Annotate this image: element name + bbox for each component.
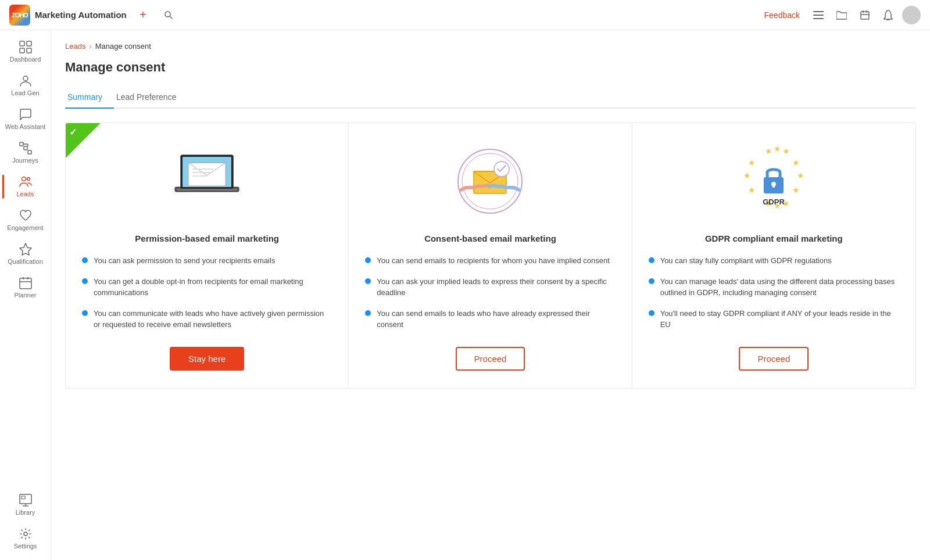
svg-text:★: ★ [743, 171, 751, 180]
sidebar-label-dashboard: Dashboard [10, 56, 41, 63]
calendar-icon[interactable] [856, 6, 874, 24]
sidebar-item-planner[interactable]: Planner [2, 271, 49, 304]
feedback-button[interactable]: Feedback [764, 10, 800, 20]
add-button[interactable]: + [134, 6, 152, 24]
list-icon[interactable] [809, 6, 828, 24]
svg-text:★: ★ [797, 171, 804, 180]
sidebar-label-settings: Settings [14, 543, 37, 550]
bullet-item: You'll need to stay GDPR compliant if AN… [649, 308, 899, 331]
svg-rect-12 [20, 48, 24, 53]
content-area: Leads › Manage consent Manage consent Su… [51, 30, 930, 560]
svg-text:★: ★ [774, 144, 781, 153]
bullet-item: You can communicate with leads who have … [82, 308, 332, 331]
bullet-item: You can get a double opt-in from recipie… [82, 276, 332, 299]
svg-rect-4 [813, 18, 824, 19]
card-consent-title: Consent-based email marketing [424, 234, 556, 243]
svg-rect-5 [821, 11, 824, 12]
svg-point-20 [22, 177, 26, 181]
sidebar-item-dashboard[interactable]: Dashboard [2, 35, 49, 69]
svg-rect-16 [24, 146, 27, 150]
tab-lead-preference[interactable]: Lead Preference [114, 87, 188, 109]
bullet-dot [649, 310, 654, 316]
card-gdpr-title: GDPR compliant email marketing [705, 234, 843, 243]
sidebar-label-journeys: Journeys [12, 157, 38, 164]
svg-line-1 [170, 16, 172, 19]
sidebar: Dashboard Lead Gen Web Assistant Journey… [0, 30, 51, 560]
sidebar-item-engagement[interactable]: Engagement [2, 203, 49, 237]
breadcrumb-parent[interactable]: Leads [65, 42, 85, 51]
card-gdpr-btn-area: Proceed [739, 347, 809, 371]
bullet-text: You can stay fully compliant with GDPR r… [660, 255, 832, 267]
breadcrumb-current: Manage consent [95, 42, 151, 51]
sidebar-item-journeys[interactable]: Journeys [2, 136, 49, 170]
svg-point-31 [24, 532, 27, 536]
search-button[interactable] [159, 6, 178, 24]
topbar-left: ZOHO Marketing Automation + [9, 5, 178, 26]
svg-rect-15 [20, 142, 23, 146]
tab-bar: Summary Lead Preference [65, 87, 916, 109]
card-gdpr: ★ ★ ★ ★ ★ ★ ★ ★ ★ ★ ★ ★ [632, 123, 915, 388]
handshake-illustration [443, 141, 536, 222]
bullet-dot [82, 310, 88, 316]
sidebar-item-lead-gen[interactable]: Lead Gen [2, 69, 49, 102]
sidebar-item-settings[interactable]: Settings [2, 522, 49, 555]
svg-rect-60 [772, 184, 775, 188]
folder-icon[interactable] [832, 6, 851, 24]
bullet-item: You can stay fully compliant with GDPR r… [649, 255, 899, 267]
svg-point-21 [27, 178, 30, 181]
breadcrumb: Leads › Manage consent [65, 42, 916, 51]
sidebar-label-web-assistant: Web Assistant [5, 123, 46, 130]
topbar: ZOHO Marketing Automation + Feedback [0, 0, 930, 30]
gdpr-proceed-button[interactable]: Proceed [739, 347, 809, 371]
bullet-dot [365, 257, 371, 263]
svg-rect-30 [22, 496, 25, 499]
active-indicator [2, 175, 4, 199]
svg-rect-17 [28, 150, 31, 154]
bell-icon[interactable] [879, 6, 897, 24]
user-avatar[interactable] [902, 6, 921, 24]
sidebar-item-library[interactable]: Library [2, 488, 49, 522]
bullet-dot [82, 278, 88, 284]
bullet-item: You can send emails to recipients for wh… [365, 255, 615, 267]
bullet-text: You can ask permission to send your reci… [94, 255, 275, 267]
svg-text:★: ★ [748, 185, 756, 195]
zoho-logo: ZOHO [9, 5, 30, 26]
bullet-item: You can manage leads' data using the dif… [649, 276, 899, 299]
bullet-text: You can send emails to leads who have al… [377, 308, 615, 331]
sidebar-label-lead-gen: Lead Gen [11, 89, 39, 96]
svg-rect-13 [27, 48, 31, 53]
sidebar-item-web-assistant[interactable]: Web Assistant [2, 102, 49, 136]
svg-text:★: ★ [748, 158, 756, 167]
card-consent-bullets: You can send emails to recipients for wh… [365, 255, 615, 331]
card-permission: ✓ [66, 123, 349, 388]
sidebar-label-library: Library [16, 509, 35, 516]
card-consent-btn-area: Proceed [456, 347, 525, 371]
bullet-text: You can communicate with leads who have … [94, 308, 332, 331]
sidebar-label-engagement: Engagement [7, 224, 43, 231]
card-permission-btn-area: Stay here [170, 347, 244, 371]
sidebar-item-qualification[interactable]: Qualification [2, 237, 49, 271]
bullet-text: You can send emails to recipients for wh… [377, 255, 610, 267]
bullet-text: You'll need to stay GDPR compliant if AN… [660, 308, 899, 331]
sidebar-label-qualification: Qualification [8, 258, 43, 265]
breadcrumb-separator: › [89, 42, 91, 51]
page-title: Manage consent [65, 60, 916, 75]
sidebar-item-leads[interactable]: Leads [2, 170, 49, 203]
stay-here-button[interactable]: Stay here [170, 347, 244, 371]
check-icon: ✓ [69, 127, 77, 138]
cards-container: ✓ [65, 123, 916, 389]
bullet-text: You can manage leads' data using the dif… [660, 276, 899, 299]
logo-text: ZOHO [12, 12, 28, 19]
tab-summary[interactable]: Summary [65, 87, 114, 109]
svg-rect-10 [20, 41, 24, 46]
bullet-dot [82, 257, 88, 263]
svg-point-14 [23, 76, 28, 81]
bullet-item: You can send emails to leads who have al… [365, 308, 615, 331]
consent-proceed-button[interactable]: Proceed [456, 347, 525, 371]
sidebar-label-planner: Planner [15, 292, 37, 299]
check-badge: ✓ [66, 123, 101, 158]
topbar-right: Feedback [764, 6, 921, 24]
card-permission-title: Permission-based email marketing [135, 234, 279, 243]
svg-rect-3 [813, 15, 824, 16]
svg-text:GDPR: GDPR [763, 198, 785, 206]
